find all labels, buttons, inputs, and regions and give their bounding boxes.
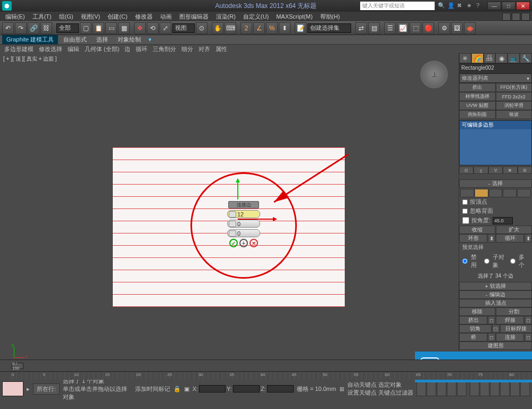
subobj-vertex-icon[interactable] [460,189,474,197]
caddy-title[interactable]: 连接边 [228,201,259,208]
close-button[interactable]: ✕ [516,2,530,10]
select-name-icon[interactable]: 📋 [93,22,104,34]
hierarchy-tab-icon[interactable]: 品 [484,53,496,63]
ribbon-tab-paint[interactable]: 对象绘制 [113,35,145,44]
minimize-button[interactable]: — [487,2,501,10]
ref-coord-select[interactable]: 视图 [172,23,195,33]
stack-remove-icon[interactable]: ✖ [503,166,517,174]
time-slider[interactable]: 0 / 100 [0,360,532,371]
modifier-list-select[interactable]: 修改器列表 [459,73,532,83]
zoom-icon[interactable] [480,381,489,396]
workspace-btn-3[interactable] [521,13,530,21]
goto-start-icon[interactable] [417,381,426,396]
selset-dd[interactable]: 选定对象 [378,381,402,388]
split-button[interactable]: 分割 [496,307,532,316]
move-icon[interactable]: ✥ [134,22,146,34]
ring-button[interactable]: 环形 [459,234,487,243]
preview-off-radio[interactable] [462,258,468,264]
manipulate-icon[interactable]: ✋ [212,22,223,34]
mod-bevel[interactable]: 倒角剖面 [459,110,496,119]
rpanel-edge[interactable]: 边 [122,45,132,53]
caddy-ok-button[interactable]: ✓ [229,239,238,247]
loop-shift-icon[interactable]: ⬍ [525,234,532,243]
material-swatch[interactable] [2,381,23,396]
subobj-edge-icon[interactable] [475,189,488,197]
ribbon-tab-graphite[interactable]: Graphite 建模工具 [2,35,58,44]
menu-group[interactable]: 组(G) [56,12,77,21]
stack-unique-icon[interactable]: ∀ [488,166,503,174]
pan-icon[interactable] [470,381,479,396]
zoom-extents-icon[interactable] [490,381,500,396]
viewcube[interactable]: 上 [420,61,448,88]
by-angle-check[interactable] [462,217,469,224]
modifier-stack[interactable]: 可编辑多边形 [459,120,532,165]
redo-icon[interactable]: ↷ [15,22,27,34]
rpanel-subdiv[interactable]: 细分 [179,45,195,53]
stack-pin-icon[interactable]: ⊟ [459,166,473,174]
connect-settings-icon[interactable]: □ [525,333,532,341]
extrude-settings-icon[interactable]: □ [488,316,495,324]
add-time-tag-button[interactable]: 添加时间标记 [135,385,170,393]
extrude-edge-button[interactable]: 挤出 [459,316,487,324]
rollout-softsel[interactable]: 软选择 [459,282,532,290]
target-weld-button[interactable]: 目标焊接 [500,324,533,333]
subobj-poly-icon[interactable] [503,189,517,197]
rpanel-polymodel[interactable]: 多边形建模 [2,45,36,53]
selection-filter-select[interactable]: 全部 [56,23,79,33]
isolate-icon[interactable]: ▣ [184,386,189,393]
rpanel-edit[interactable]: 编辑 [65,45,81,53]
lock-icon[interactable]: 🔒 [173,386,181,393]
auto-key-button[interactable]: 自动关键点 [347,381,377,388]
schematic-icon[interactable]: ⬚ [410,22,421,34]
rollout-editedge[interactable]: 编辑边 [459,290,532,299]
rpanel-modsel[interactable]: 修改选择 [37,45,64,53]
set-key-button[interactable]: 设置关键点 [347,389,377,396]
stack-epoly[interactable]: 可编辑多边形 [460,121,531,129]
render-icon[interactable]: 🫖 [464,22,476,34]
caddy-apply-button[interactable]: + [239,239,248,247]
remove-button[interactable]: 移除 [459,307,495,316]
menu-modifiers[interactable]: 修改器 [132,12,156,21]
subobj-border-icon[interactable] [489,189,503,197]
segments-field[interactable]: 12 [227,210,260,218]
keyboard-shortcut-icon[interactable]: ⌨ [225,22,236,34]
exchange-icon[interactable]: ✖ [457,2,464,10]
unlink-icon[interactable]: ⛓ [40,22,52,34]
rollout-selection[interactable]: 选择 [459,179,532,188]
loop-button[interactable]: 循环 [496,234,524,243]
slide-field[interactable]: 0 [227,229,260,237]
menu-customize[interactable]: 自定义(U) [240,12,272,21]
layers-icon[interactable]: ☰ [384,22,396,34]
menu-grapheditors[interactable]: 图形编辑器 [176,12,212,21]
goto-end-icon[interactable] [457,381,467,396]
bridge-settings-icon[interactable]: □ [488,333,495,341]
link-icon[interactable]: 🔗 [28,22,39,34]
utilities-tab-icon[interactable]: 🔧 [520,53,532,63]
mod-spline-sel[interactable]: 样带线选择 [459,92,496,101]
gizmo-y-axis-icon[interactable] [237,180,238,199]
scale-icon[interactable]: ⤢ [160,22,171,34]
select-region-icon[interactable]: ▭ [105,22,117,34]
ignore-backfacing-check[interactable]: 忽略背面 [459,206,532,215]
modify-tab-icon[interactable]: 🌈 [471,53,484,63]
by-vertex-check[interactable]: 按顶点 [459,197,532,206]
grow-button[interactable]: 扩大 [496,226,532,234]
snap-percent-icon[interactable]: % [266,22,278,34]
ribbon-tab-freeform[interactable]: 自由形式 [59,35,91,44]
next-frame-icon[interactable] [447,381,456,396]
render-frame-icon[interactable]: 🖼 [451,22,463,34]
chamfer-settings-icon[interactable]: □ [492,324,500,333]
search-icon[interactable]: 🔍 [438,2,445,10]
viewport[interactable]: [ + ][ 顶 ][ 真实 + 边面 ] 上 连接边 12 0 0 ✓ + ✕ [0,53,459,360]
pinch-field[interactable]: 0 [227,220,260,228]
orbit-icon[interactable] [510,381,520,396]
rpanel-props[interactable]: 属性 [213,45,229,53]
app-logo-icon[interactable]: ⬢ [2,1,12,11]
ribbon-tab-select[interactable]: 选择 [92,35,112,44]
key-filters-button[interactable]: 关键点过滤器 [378,389,413,396]
viewport-label[interactable]: [ + ][ 顶 ][ 真实 + 边面 ] [3,55,57,63]
ribbon-expand-icon[interactable]: ▾ [148,36,152,43]
insert-vertex-button[interactable]: 插入顶点 [459,299,532,307]
material-editor-icon[interactable]: 🔴 [422,22,434,34]
time-ruler[interactable]: 05 1015 2025 3035 4045 5055 6065 7075 80 [12,372,530,380]
